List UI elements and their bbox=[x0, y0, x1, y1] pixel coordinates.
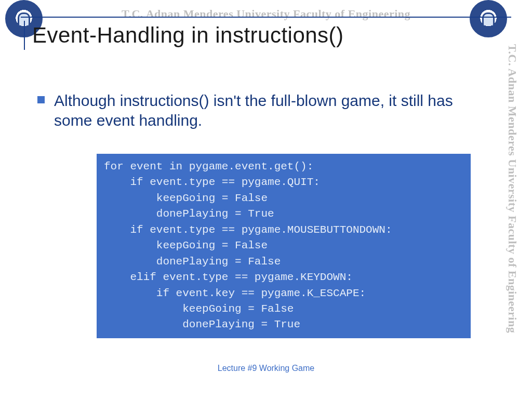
slide-footer: Lecture #9 Working Game bbox=[0, 364, 532, 373]
watermark-top: T.C. Adnan Menderes University Faculty o… bbox=[0, 7, 532, 21]
header-rule bbox=[21, 17, 511, 18]
bullet-item: Although instructions() isn't the full-b… bbox=[37, 91, 470, 130]
bullet-text: Although instructions() isn't the full-b… bbox=[54, 91, 470, 130]
code-content: for event in pygame.event.get(): if even… bbox=[104, 159, 463, 333]
slide: T.C. Adnan Menderes University Faculty o… bbox=[0, 0, 532, 399]
title-accent-bar bbox=[24, 21, 25, 50]
watermark-side: T.C. Adnan Menderes University Faculty o… bbox=[506, 44, 518, 368]
slide-title: Event-Handling in instructions() bbox=[32, 23, 344, 48]
bullet-square-icon bbox=[37, 96, 45, 103]
code-block: for event in pygame.event.get(): if even… bbox=[97, 154, 471, 338]
title-block: Event-Handling in instructions() bbox=[24, 21, 344, 50]
faculty-logo-icon bbox=[470, 0, 507, 37]
watermark-side-text: T.C. Adnan Menderes University Faculty o… bbox=[506, 44, 519, 333]
